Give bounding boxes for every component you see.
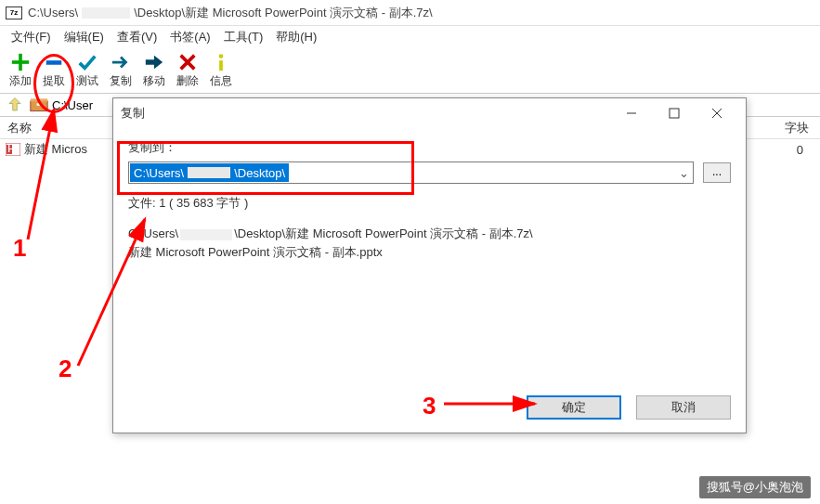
- app-icon: 7z: [6, 6, 22, 19]
- file-size: 0: [797, 143, 814, 157]
- archive-icon: [30, 97, 48, 112]
- cancel-button[interactable]: 取消: [636, 395, 731, 420]
- destination-label: 复制到：: [128, 139, 731, 156]
- browse-button[interactable]: ...: [703, 162, 731, 183]
- chevron-down-icon[interactable]: ⌄: [674, 166, 693, 180]
- menu-bookmarks[interactable]: 书签(A): [164, 27, 215, 47]
- annotation-step-1: 1: [13, 234, 26, 263]
- x-icon: [177, 52, 198, 72]
- check-icon: [77, 52, 98, 72]
- svg-rect-7: [37, 103, 42, 106]
- redacted-username: [180, 229, 232, 240]
- svg-rect-1: [12, 60, 29, 64]
- menu-view[interactable]: 查看(V): [111, 27, 163, 47]
- powerpoint-icon: P: [6, 143, 20, 156]
- svg-rect-5: [31, 101, 47, 111]
- redacted-username: [188, 167, 230, 178]
- up-icon[interactable]: [0, 97, 30, 113]
- dialog-buttons: 确定 取消: [113, 386, 746, 433]
- dialog-body: 复制到： C:\Users\\Desktop\ ⌄ ... 文件: 1 ( 35…: [113, 128, 746, 386]
- copy-button[interactable]: 复制: [104, 49, 137, 92]
- close-button[interactable]: [696, 99, 738, 127]
- svg-point-3: [219, 54, 224, 58]
- arrow-right-icon: [111, 52, 131, 72]
- delete-button[interactable]: 删除: [171, 49, 204, 92]
- menu-edit[interactable]: 编辑(E): [59, 27, 110, 47]
- arrow-right-solid-icon: [144, 52, 164, 72]
- menu-bar: 文件(F) 编辑(E) 查看(V) 书签(A) 工具(T) 帮助(H): [0, 26, 820, 48]
- annotation-step-2: 2: [59, 355, 72, 383]
- dialog-title: 复制: [121, 105, 610, 122]
- info-icon: [211, 52, 231, 72]
- watermark: 搜狐号@小奥泡泡: [699, 476, 811, 498]
- redacted-username: [82, 7, 130, 19]
- test-button[interactable]: 测试: [71, 49, 104, 92]
- source-paths: C:\Users\\Desktop\新建 Microsoft PowerPoin…: [128, 225, 731, 261]
- minus-icon: [44, 52, 64, 72]
- address-path[interactable]: C:\User: [52, 98, 93, 112]
- maximize-button[interactable]: [653, 99, 696, 127]
- file-count-info: 文件: 1 ( 35 683 字节 ): [128, 195, 731, 212]
- svg-rect-12: [670, 109, 679, 118]
- ok-button[interactable]: 确定: [527, 395, 621, 420]
- title-bar: 7z C:\Users\\Desktop\新建 Microsoft PowerP…: [0, 0, 820, 26]
- svg-rect-2: [46, 60, 62, 65]
- destination-combo[interactable]: C:\Users\\Desktop\ ⌄: [128, 162, 694, 184]
- toolbar: 添加 提取 测试 复制 移动 删除 信息: [0, 48, 820, 93]
- destination-path: C:\Users\\Desktop\: [130, 163, 289, 182]
- svg-text:P: P: [7, 143, 16, 155]
- minimize-button[interactable]: [610, 99, 653, 127]
- dialog-title-bar: 复制: [113, 98, 746, 128]
- menu-file[interactable]: 文件(F): [6, 27, 57, 47]
- svg-rect-4: [219, 60, 223, 71]
- info-button[interactable]: 信息: [204, 49, 238, 92]
- extract-button[interactable]: 提取: [37, 49, 71, 92]
- svg-rect-6: [31, 98, 47, 101]
- move-button[interactable]: 移动: [137, 49, 171, 92]
- file-name: 新建 Micros: [24, 141, 87, 158]
- menu-tools[interactable]: 工具(T): [218, 27, 269, 47]
- menu-help[interactable]: 帮助(H): [270, 27, 322, 47]
- plus-icon: [10, 52, 31, 72]
- copy-dialog: 复制 复制到： C:\Users\\Desktop\ ⌄ ... 文件: 1 (…: [112, 97, 747, 433]
- window-title-path: C:\Users\\Desktop\新建 Microsoft PowerPoin…: [28, 5, 433, 21]
- add-button[interactable]: 添加: [4, 49, 37, 92]
- column-size[interactable]: 字块: [764, 117, 820, 138]
